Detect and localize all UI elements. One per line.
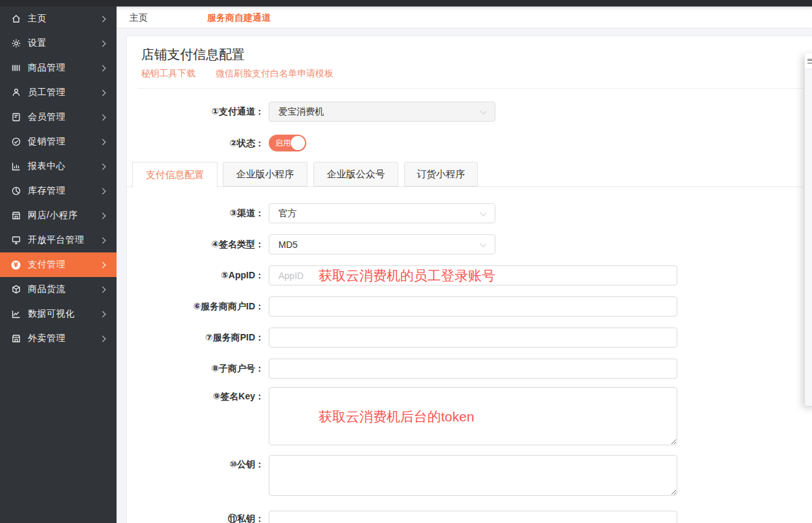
secret-key-tool-download-link[interactable]: 秘钥工具下载 <box>141 68 196 80</box>
chevron-right-icon <box>100 311 106 317</box>
sidebar-item-label: 开放平台管理 <box>28 234 100 246</box>
form-row-status: ②状态： 启用 <box>126 135 806 151</box>
form-row-sign-type: ④签名类型： MD5 <box>126 234 806 254</box>
form-row-appid: ⑤AppID： 获取云消费机的员工登录账号 <box>126 265 806 285</box>
chevron-right-icon <box>100 262 106 268</box>
sidebar-item-open-platform[interactable]: 开放平台管理 <box>0 228 117 252</box>
divider <box>138 88 804 89</box>
bar-chart-icon <box>10 161 21 172</box>
pie-chart-icon <box>10 186 21 197</box>
topbar-tab-home[interactable]: 主页 <box>130 6 148 28</box>
status-toggle[interactable]: 启用 <box>269 135 306 151</box>
menu-icon <box>807 59 812 63</box>
sp-merchant-id-input[interactable] <box>269 296 677 317</box>
chevron-down-icon <box>480 108 486 115</box>
form-row-sp-pid: ⑦服务商PID： <box>126 328 806 348</box>
sign-type-select[interactable]: MD5 <box>269 234 495 254</box>
sign-key-textarea[interactable] <box>269 387 677 445</box>
payment-channel-label: ①支付通道： <box>126 102 264 122</box>
chevron-right-icon <box>100 89 106 96</box>
chevron-right-icon <box>100 40 106 47</box>
tabs-bottom-border <box>126 186 804 187</box>
payment-channel-select[interactable]: 爱宝消费机 <box>269 102 495 122</box>
sidebar-item-home[interactable]: 主页 <box>0 6 117 31</box>
tab-enterprise-official-account[interactable]: 企业版公众号 <box>313 162 398 186</box>
sidebar-item-label: 促销管理 <box>28 136 100 148</box>
sidebar-item-label: 网店/小程序 <box>28 210 100 221</box>
sidebar-item-label: 报表中心 <box>28 161 100 172</box>
sp-pid-label: ⑦服务商PID： <box>126 328 264 348</box>
sidebar-item-label: 库存管理 <box>28 185 100 197</box>
appid-input[interactable] <box>269 265 677 285</box>
chevron-right-icon <box>100 286 106 293</box>
sidebar-item-promotions[interactable]: 促销管理 <box>0 129 117 154</box>
sidebar-item-label: 支付管理 <box>28 259 100 271</box>
channel-value: 官方 <box>278 208 297 219</box>
sidebar-item-payment[interactable]: ¥ 支付管理 <box>0 252 117 277</box>
toggle-knob <box>291 136 305 150</box>
form-row-sign-key: ⑨签名Key： 获取云消费机后台的token <box>126 387 806 445</box>
home-icon <box>10 14 21 25</box>
sidebar: 主页 设置 商品管理 员工管理 会员管理 促销管理 报表中心 库存管理 网店/小 <box>0 6 117 523</box>
sidebar-item-settings[interactable]: 设置 <box>0 31 117 56</box>
svg-text:¥: ¥ <box>14 262 18 269</box>
sub-merchant-no-input[interactable] <box>269 359 677 379</box>
sidebar-item-takeout[interactable]: 外卖管理 <box>0 326 117 351</box>
person-icon <box>10 87 21 98</box>
channel-label: ③渠道： <box>126 203 264 223</box>
cube-icon <box>10 284 21 295</box>
storefront-icon <box>10 210 21 221</box>
sidebar-item-label: 商品货流 <box>28 284 100 295</box>
gear-icon <box>10 38 21 49</box>
right-floating-panel[interactable] <box>805 53 812 406</box>
sidebar-item-members[interactable]: 会员管理 <box>0 105 117 129</box>
status-label: ②状态： <box>126 135 264 151</box>
toggle-on-text: 启用 <box>275 135 291 151</box>
tab-payment-info-config[interactable]: 支付信息配置 <box>132 162 218 188</box>
sidebar-item-label: 会员管理 <box>28 111 100 123</box>
sidebar-item-reports[interactable]: 报表中心 <box>0 154 117 179</box>
payment-channel-value: 爱宝消费机 <box>278 106 324 118</box>
tab-order-miniprogram[interactable]: 订货小程序 <box>404 162 478 186</box>
wechat-face-pay-whitelist-template-link[interactable]: 微信刷脸支付白名单申请模板 <box>216 68 333 80</box>
line-chart-icon <box>10 309 21 320</box>
chevron-right-icon <box>100 114 106 120</box>
sign-type-label: ④签名类型： <box>126 234 264 254</box>
member-card-icon <box>10 112 21 123</box>
form-row-sp-merchant-id: ⑥服务商商户ID： <box>126 296 806 317</box>
chevron-right-icon <box>100 335 106 342</box>
topbar: 主页 服务商自建通道 <box>117 6 812 28</box>
channel-select[interactable]: 官方 <box>269 203 495 223</box>
top-window-strip <box>0 0 812 6</box>
sidebar-item-online-shop[interactable]: 网店/小程序 <box>0 203 117 228</box>
chevron-right-icon <box>100 139 106 145</box>
sidebar-item-label: 外卖管理 <box>28 333 100 344</box>
sidebar-item-label: 设置 <box>28 38 100 49</box>
topbar-tab-provider-channel[interactable]: 服务商自建通道 <box>207 6 271 28</box>
sidebar-item-goods[interactable]: 商品管理 <box>0 56 117 80</box>
appid-label: ⑤AppID： <box>126 265 264 285</box>
page-title: 店铺支付信息配置 <box>141 46 245 63</box>
barcode-icon <box>10 63 21 74</box>
tab-enterprise-miniprogram[interactable]: 企业版小程序 <box>223 162 308 186</box>
private-key-textarea[interactable] <box>269 511 677 523</box>
public-key-textarea[interactable] <box>269 455 677 496</box>
chevron-right-icon <box>100 237 106 243</box>
monitor-icon <box>10 235 21 246</box>
sign-type-value: MD5 <box>278 239 298 250</box>
form-row-sub-merchant-no: ⑧子商户号： <box>126 359 806 379</box>
chevron-down-icon <box>480 241 486 247</box>
form-row-public-key: ⑩公钥： <box>126 455 806 496</box>
check-circle-icon <box>10 137 21 148</box>
sidebar-item-data-visualization[interactable]: 数据可视化 <box>0 302 117 326</box>
sp-pid-input[interactable] <box>269 328 677 348</box>
chevron-down-icon <box>480 210 486 216</box>
sidebar-item-inventory[interactable]: 库存管理 <box>0 179 117 203</box>
sign-key-label: ⑨签名Key： <box>126 391 264 403</box>
sidebar-item-logistics[interactable]: 商品货流 <box>0 277 117 302</box>
sub-merchant-no-label: ⑧子商户号： <box>126 359 264 379</box>
right-panel-header <box>805 53 812 69</box>
chevron-right-icon <box>100 163 106 170</box>
sidebar-item-staff[interactable]: 员工管理 <box>0 80 117 105</box>
chevron-right-icon <box>100 188 106 194</box>
